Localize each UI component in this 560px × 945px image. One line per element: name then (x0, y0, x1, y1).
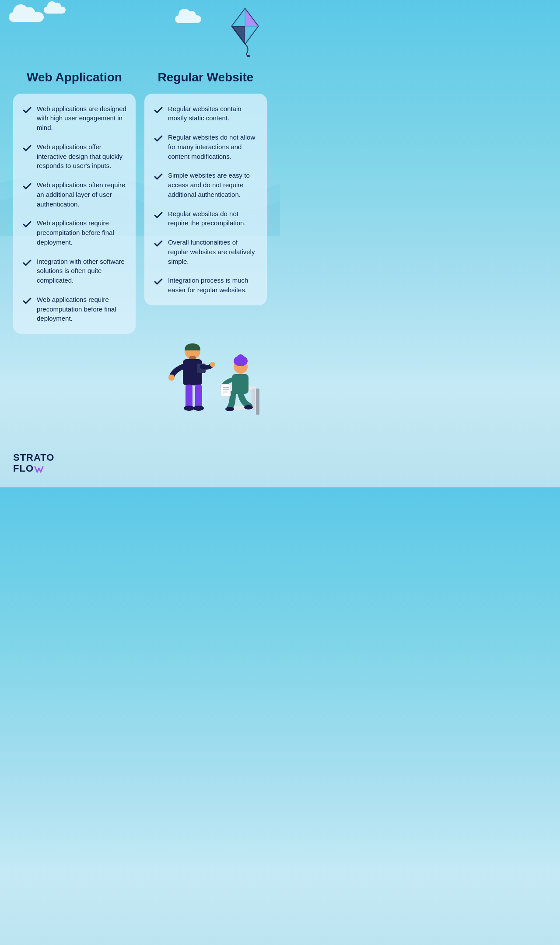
list-text: Regular websites do not require the prec… (168, 209, 258, 228)
main-content: Web Application Regular Website Web appl… (0, 0, 280, 443)
svg-point-14 (184, 406, 194, 411)
list-text: Web applications require precompitation … (37, 218, 127, 247)
check-icon (153, 210, 164, 220)
check-icon (22, 258, 32, 268)
check-icon (153, 276, 164, 287)
col2-header: Regular Website (144, 70, 267, 85)
logo-flow-text: FLO (13, 463, 34, 474)
logo-line1: STRATO (13, 452, 54, 463)
logo-line2: FLO (13, 463, 44, 474)
list-item: Web applications offer interactive desig… (22, 142, 127, 171)
check-icon (153, 172, 164, 182)
check-icon (153, 133, 164, 144)
web-app-card: Web applications are designed with high … (13, 94, 136, 334)
check-icon (153, 238, 164, 249)
svg-point-27 (244, 405, 253, 410)
illustration-area (13, 338, 267, 426)
logo-text: STRATO FLO (13, 452, 267, 474)
svg-point-16 (168, 374, 175, 381)
list-item: Regular websites do not allow for many i… (153, 133, 258, 161)
list-item: Regular websites do not require the prec… (153, 209, 258, 228)
logo-area: STRATO FLO (0, 443, 280, 487)
list-item: Web applications are designed with high … (22, 104, 127, 133)
svg-rect-21 (256, 388, 259, 415)
svg-rect-13 (195, 385, 202, 409)
list-item: Web applications require precomputation … (22, 295, 127, 323)
check-icon (22, 296, 32, 306)
list-text: Overall functionalities of regular websi… (168, 238, 258, 266)
list-text: Web applications require precomputation … (37, 295, 127, 323)
regular-website-card: Regular websites contain mostly static c… (144, 94, 267, 305)
list-item: Web applications require precompitation … (22, 218, 127, 247)
svg-rect-12 (186, 385, 192, 409)
logo-w-icon (34, 465, 44, 474)
list-item: Regular websites contain mostly static c… (153, 104, 258, 123)
headers-row: Web Application Regular Website (13, 70, 267, 85)
list-text: Regular websites contain mostly static c… (168, 104, 258, 123)
list-text: Web applications offer interactive desig… (37, 142, 127, 171)
svg-rect-29 (221, 384, 231, 396)
check-icon (22, 105, 32, 116)
list-text: Web applications often require an additi… (37, 180, 127, 209)
svg-point-17 (210, 362, 215, 367)
list-text: Regular websites do not allow for many i… (168, 133, 258, 161)
list-item: Overall functionalities of regular websi… (153, 238, 258, 266)
check-icon (22, 143, 32, 154)
cards-row: Web applications are designed with high … (13, 94, 267, 334)
check-icon (22, 219, 32, 230)
list-item: Simple websites are easy to access and d… (153, 171, 258, 199)
check-icon (22, 181, 32, 192)
svg-point-26 (225, 407, 234, 411)
svg-point-24 (237, 354, 244, 361)
list-item: Integration process is much easier for r… (153, 276, 258, 295)
people-illustration (153, 338, 267, 426)
col1-header: Web Application (13, 70, 136, 85)
check-icon (153, 105, 164, 116)
list-text: Integration with other software solution… (37, 257, 127, 285)
list-item: Integration with other software solution… (22, 257, 127, 285)
list-text: Web applications are designed with high … (37, 104, 127, 133)
list-text: Integration process is much easier for r… (168, 276, 258, 295)
list-item: Web applications often require an additi… (22, 180, 127, 209)
list-text: Simple websites are easy to access and d… (168, 171, 258, 199)
svg-point-15 (193, 406, 204, 411)
